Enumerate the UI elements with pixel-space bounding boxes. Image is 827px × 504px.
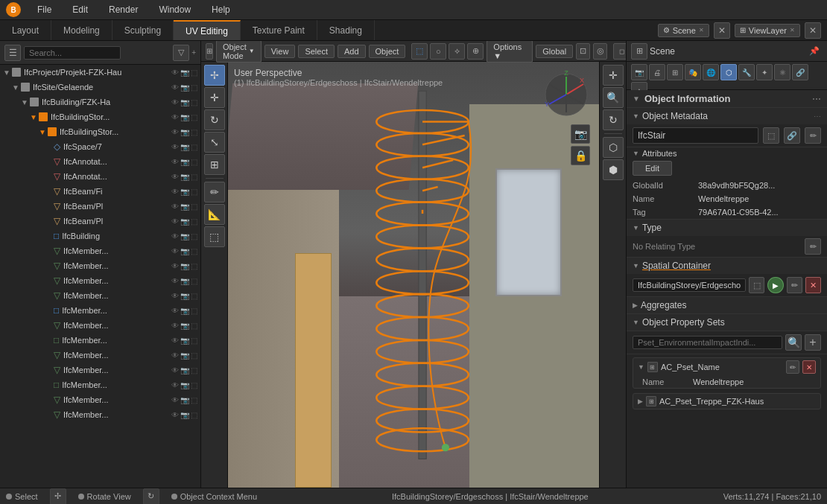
object-menu[interactable]: Object <box>369 45 406 58</box>
rotate-tool[interactable]: ↻ <box>204 109 225 130</box>
ortho-btn[interactable]: ⬢ <box>603 159 624 180</box>
menu-file[interactable]: File <box>33 3 56 16</box>
menu-edit[interactable]: Edit <box>68 3 92 16</box>
move-tool[interactable]: ✛ <box>204 87 225 108</box>
scene-selector[interactable]: ⚙ Scene ✕ <box>658 24 709 37</box>
viewlayer-selector[interactable]: ⊞ ViewLayer ✕ <box>735 24 800 37</box>
psets-section-header[interactable]: ▼ Object Property Sets <box>627 314 827 331</box>
pset-search-input[interactable] <box>633 336 782 349</box>
cursor-tool[interactable]: ✢ <box>204 65 225 86</box>
add-cube-tool[interactable]: ⬚ <box>204 226 225 247</box>
menu-help[interactable]: Help <box>207 3 235 16</box>
render-props-tab[interactable]: 📷 <box>631 64 647 80</box>
viewport-canvas[interactable]: User Perspective (1) IfcBuildingStorey/E… <box>228 62 599 488</box>
spatial-pencil-btn[interactable]: ✏ <box>787 277 802 293</box>
move-global-btn[interactable]: ✛ <box>603 65 624 86</box>
lock-view-btn[interactable]: 🔒 <box>571 146 590 165</box>
world-props-tab[interactable]: 🌐 <box>703 64 719 80</box>
measure-tool[interactable]: 📐 <box>204 204 225 225</box>
list-item[interactable]: ▽ IfcMember... 👁 📷 ⬚ <box>0 318 200 333</box>
type-edit-btn[interactable]: ✏ <box>805 238 821 255</box>
wireframe-shading[interactable]: ◻ <box>613 43 626 60</box>
outliner-search-input[interactable] <box>24 46 121 60</box>
list-item[interactable]: ▼ IfcBuildingStor... 👁 📷 ⬚ <box>0 124 200 139</box>
scene-props-tab[interactable]: 🎭 <box>685 64 701 80</box>
particles-props-tab[interactable]: ✦ <box>756 64 773 80</box>
output-props-tab[interactable]: 🖨 <box>649 64 665 80</box>
navigation-widget[interactable]: X Z Y <box>542 71 590 118</box>
select-circle-tool[interactable]: ○ <box>430 43 446 60</box>
scale-tool[interactable]: ⤡ <box>204 132 225 153</box>
snapping-btn[interactable]: ⊡ <box>576 43 590 60</box>
select-lasso-tool[interactable]: ⟡ <box>449 43 465 60</box>
spatial-remove-btn[interactable]: ✕ <box>805 277 821 293</box>
rotate-view-btn[interactable]: ↻ <box>603 109 624 130</box>
list-item[interactable]: ▽ IfcBeam/Fi 👁 📷 ⬚ <box>0 184 200 199</box>
proportional-edit-btn[interactable]: ◎ <box>593 43 607 60</box>
select-all-tool[interactable]: ⊕ <box>467 43 484 60</box>
tab-uv-editing[interactable]: UV Editing <box>174 20 241 40</box>
spatial-copy-btn[interactable]: ⬚ <box>749 277 764 293</box>
add-menu[interactable]: Add <box>338 45 366 58</box>
aggregates-header[interactable]: ▶ Aggregates <box>627 297 827 313</box>
viewport-nav-buttons[interactable]: 📷 🔒 <box>571 124 590 165</box>
panel-options-btn[interactable]: ⋯ <box>812 94 821 104</box>
pset-name-remove-btn[interactable]: ✕ <box>802 360 816 374</box>
modifier-props-tab[interactable]: 🔧 <box>738 64 755 80</box>
view-layer-props-tab[interactable]: ⊞ <box>667 64 683 80</box>
tab-shading[interactable]: Shading <box>317 20 375 40</box>
list-item[interactable]: ▼ IfcBuildingStor... 👁 📷 ⬚ <box>0 109 200 124</box>
scene-close-btn[interactable]: ✕ <box>714 22 730 39</box>
pset-name-edit-btn[interactable]: ✏ <box>786 360 799 374</box>
constraints-props-tab[interactable]: 🔗 <box>792 64 808 80</box>
pset-treppe-header[interactable]: ▶ ⊞ AC_Pset_Treppe_FZK-Haus <box>633 393 821 409</box>
list-item[interactable]: □ IfcMember... 👁 📷 ⬚ <box>0 333 200 348</box>
menu-render[interactable]: Render <box>104 3 142 16</box>
list-item[interactable]: ▼ IfcSite/Gelaende 👁 📷 ⬚ <box>0 80 200 95</box>
list-item[interactable]: ▽ IfcMember... 👁 📷 ⬚ <box>0 348 200 363</box>
list-item[interactable]: ▽ IfcAnnotat... 👁 📷 ⬚ <box>0 169 200 184</box>
camera-view-btn[interactable]: 📷 <box>571 124 590 144</box>
select-box-tool[interactable]: ⬚ <box>411 43 428 60</box>
view-menu[interactable]: View <box>264 45 296 58</box>
list-item[interactable]: ▽ IfcMember... 👁 📷 ⬚ <box>0 407 200 422</box>
tab-sculpting[interactable]: Sculpting <box>113 20 174 40</box>
object-props-tab[interactable]: ⬡ <box>720 64 737 80</box>
list-item[interactable]: ◇ IfcSpace/7 👁 📷 ⬚ <box>0 139 200 154</box>
attributes-header[interactable]: ▼ Attributes <box>627 147 827 159</box>
pset-name-header[interactable]: ▼ ⊞ AC_Pset_Name ✏ ✕ <box>633 358 820 376</box>
select-menu[interactable]: Select <box>298 45 335 58</box>
zoom-btn[interactable]: 🔍 <box>603 87 624 108</box>
list-item[interactable]: ▽ IfcMember... 👁 📷 ⬚ <box>0 363 200 377</box>
list-item[interactable]: ▽ IfcBeam/Pl 👁 📷 ⬚ <box>0 199 200 214</box>
name-edit-btn[interactable]: ✏ <box>805 127 821 144</box>
viewlayer-close-btn[interactable]: ✕ <box>805 22 821 39</box>
outliner-add-btn[interactable]: + <box>191 45 196 61</box>
type-section-header[interactable]: ▼ Type <box>627 220 827 236</box>
list-item[interactable]: ▽ IfcBeam/Pl 👁 📷 ⬚ <box>0 214 200 229</box>
name-icon-btn2[interactable]: 🔗 <box>784 127 800 144</box>
spatial-navigate-btn[interactable]: ▶ <box>767 277 783 293</box>
edit-attributes-btn[interactable]: Edit <box>633 161 672 176</box>
perspective-btn[interactable]: ⬡ <box>603 137 624 158</box>
name-icon-btn1[interactable]: ⬚ <box>763 127 779 144</box>
outliner-filter-btn[interactable]: ▽ <box>173 45 189 61</box>
metadata-section-header[interactable]: ▼ Object Metadata ⋯ <box>627 108 827 124</box>
list-item[interactable]: ▼ IfcProject/Projekt-FZK-Hau 👁 📷 ⬚ <box>0 65 200 80</box>
menu-window[interactable]: Window <box>154 3 195 16</box>
list-item[interactable]: ▼ IfcBuilding/FZK-Ha 👁 📷 ⬚ <box>0 95 200 109</box>
global-dropdown[interactable]: Global <box>536 45 573 58</box>
tab-texture-paint[interactable]: Texture Paint <box>241 20 317 40</box>
list-item[interactable]: ▽ IfcMember... 👁 📷 ⬚ <box>0 288 200 303</box>
list-item[interactable]: ▽ IfcMember... 👁 📷 ⬚ <box>0 258 200 273</box>
options-dropdown[interactable]: Options ▼ <box>487 41 533 63</box>
object-mode-dropdown[interactable]: Object Mode ▼ <box>216 41 262 63</box>
spatial-section-header[interactable]: ▼ Spatial Container <box>627 258 827 274</box>
list-item[interactable]: □ IfcMember... 👁 📷 ⬚ <box>0 377 200 392</box>
list-item[interactable]: □ IfcMember... 👁 📷 ⬚ <box>0 303 200 318</box>
list-item[interactable]: ▽ IfcMember... 👁 📷 ⬚ <box>0 243 200 258</box>
list-item[interactable]: ▽ IfcMember... 👁 📷 ⬚ <box>0 273 200 288</box>
list-item[interactable]: ▽ IfcMember... 👁 📷 ⬚ <box>0 392 200 407</box>
rp-pin-btn[interactable]: 📌 <box>806 43 823 60</box>
annotate-tool[interactable]: ✏ <box>204 182 225 202</box>
